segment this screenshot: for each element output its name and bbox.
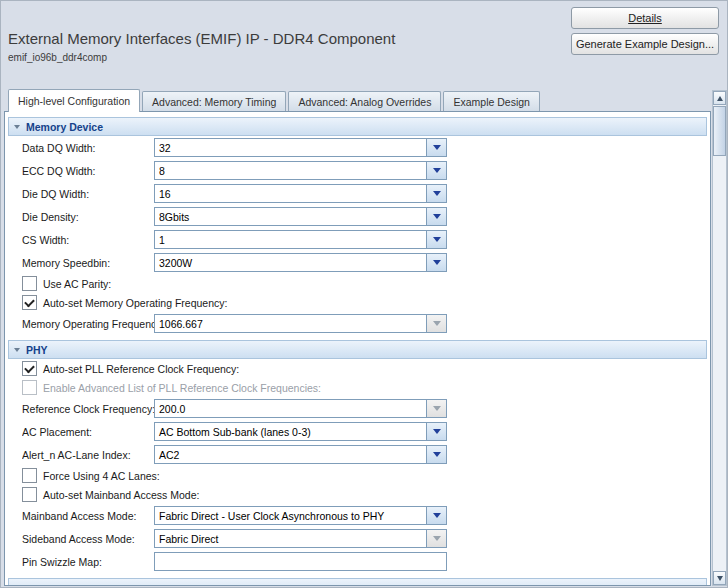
dropdown-alert-n-ac-lane-index[interactable]: AC2 <box>154 445 447 464</box>
section-title: PHY <box>26 344 48 356</box>
checkbox-label: Auto-set Mainband Access Mode: <box>43 489 199 501</box>
dropdown-data-dq-width[interactable]: 32 <box>154 138 447 157</box>
row-sideband-access-mode: Sideband Access Mode:Fabric Direct <box>5 527 710 550</box>
dropdown-arrow-icon <box>433 406 441 411</box>
tab-advanced-memory-timing[interactable]: Advanced: Memory Timing <box>142 91 286 111</box>
section-header-partial[interactable] <box>8 578 707 586</box>
scroll-down-icon <box>717 576 723 581</box>
collapse-arrow-icon <box>14 348 20 352</box>
dropdown-arrow-button[interactable] <box>427 138 447 157</box>
field-label: Alert_n AC-Lane Index: <box>22 449 154 461</box>
field-label: AC Placement: <box>22 426 154 438</box>
dropdown-value: 32 <box>154 138 427 157</box>
dropdown-arrow-button[interactable] <box>427 445 447 464</box>
field-label: Memory Operating Frequency: <box>22 318 154 330</box>
instance-name: emif_io96b_ddr4comp <box>8 52 107 63</box>
scroll-down-button[interactable] <box>713 571 726 585</box>
section-header-phy[interactable]: PHY <box>8 340 707 359</box>
row-die-dq-width: Die DQ Width:16 <box>5 182 710 205</box>
checkbox-auto-set-pll-reference-clock-frequency[interactable] <box>22 361 37 376</box>
dropdown-arrow-icon <box>433 191 441 196</box>
dropdown-arrow-icon <box>433 237 441 242</box>
dropdown-arrow-button[interactable] <box>427 207 447 226</box>
dropdown-sideband-access-mode: Fabric Direct <box>154 529 447 548</box>
field-label: Data DQ Width: <box>22 142 154 154</box>
dropdown-mainband-access-mode[interactable]: Fabric Direct - User Clock Asynchronous … <box>154 506 447 525</box>
row-die-density: Die Density:8Gbits <box>5 205 710 228</box>
dropdown-arrow-button[interactable] <box>427 184 447 203</box>
row-ac-placement: AC Placement:AC Bottom Sub-bank (lanes 0… <box>5 420 710 443</box>
field-label: CS Width: <box>22 234 154 246</box>
row-reference-clock-frequency: Reference Clock Frequency:200.0 <box>5 397 710 420</box>
dropdown-die-density[interactable]: 8Gbits <box>154 207 447 226</box>
checkbox-label: Use AC Parity: <box>43 278 111 290</box>
row-enable-advanced-list-of-pll-reference-clock-frequencies: Enable Advanced List of PLL Reference Cl… <box>5 378 710 397</box>
dropdown-arrow-button[interactable] <box>427 230 447 249</box>
collapse-arrow-icon <box>14 586 20 587</box>
dropdown-value: Fabric Direct - User Clock Asynchronous … <box>154 506 427 525</box>
tab-advanced-analog-overrides[interactable]: Advanced: Analog Overrides <box>288 91 441 111</box>
row-ecc-dq-width: ECC DQ Width:8 <box>5 159 710 182</box>
tab-high-level-configuration[interactable]: High-level Configuration <box>8 89 140 112</box>
section-title: Memory Device <box>26 121 103 133</box>
dropdown-value: 3200W <box>154 253 427 272</box>
checkbox-auto-set-mainband-access-mode[interactable] <box>22 487 37 502</box>
dropdown-ecc-dq-width[interactable]: 8 <box>154 161 447 180</box>
field-label: Mainband Access Mode: <box>22 510 154 522</box>
scrollbar-thumb[interactable] <box>713 106 726 156</box>
row-data-dq-width: Data DQ Width:32 <box>5 136 710 159</box>
dropdown-arrow-icon <box>433 145 441 150</box>
field-label: Reference Clock Frequency: <box>22 403 154 415</box>
row-auto-set-memory-operating-frequency: Auto-set Memory Operating Frequency: <box>5 293 710 312</box>
checkbox-label: Auto-set PLL Reference Clock Frequency: <box>43 363 239 375</box>
field-label: Die Density: <box>22 211 154 223</box>
section-header-memory-device[interactable]: Memory Device <box>8 117 707 136</box>
dropdown-arrow-icon <box>433 513 441 518</box>
details-button[interactable]: Details <box>571 7 719 29</box>
scroll-up-icon <box>717 96 723 101</box>
checkbox-enable-advanced-list-of-pll-reference-clock-frequencies <box>22 380 37 395</box>
generate-example-design-button[interactable]: Generate Example Design... <box>571 33 719 55</box>
dropdown-arrow-icon <box>433 214 441 219</box>
dropdown-cs-width[interactable]: 1 <box>154 230 447 249</box>
dropdown-arrow-icon <box>433 321 441 326</box>
dropdown-value: 1 <box>154 230 427 249</box>
dropdown-arrow-button[interactable] <box>427 506 447 525</box>
dropdown-value: 1066.667 <box>154 314 427 333</box>
dropdown-ac-placement[interactable]: AC Bottom Sub-bank (lanes 0-3) <box>154 422 447 441</box>
row-memory-operating-frequency: Memory Operating Frequency:1066.667 <box>5 312 710 335</box>
dropdown-arrow-button[interactable] <box>427 161 447 180</box>
dropdown-value: 8Gbits <box>154 207 427 226</box>
dropdown-value: AC2 <box>154 445 427 464</box>
generate-button-label: Generate Example Design... <box>576 38 714 50</box>
dropdown-value: 200.0 <box>154 399 427 418</box>
vertical-scrollbar[interactable] <box>712 90 727 586</box>
input-pin-swizzle-map[interactable] <box>154 552 447 571</box>
row-auto-set-pll-reference-clock-frequency: Auto-set PLL Reference Clock Frequency: <box>5 359 710 378</box>
checkbox-use-ac-parity[interactable] <box>22 276 37 291</box>
scroll-up-button[interactable] <box>713 91 726 105</box>
parameter-editor-panel: High-level ConfigurationAdvanced: Memory… <box>4 90 711 586</box>
dropdown-arrow-button[interactable] <box>427 422 447 441</box>
dropdown-memory-speedbin[interactable]: 3200W <box>154 253 447 272</box>
dropdown-arrow-button[interactable] <box>427 253 447 272</box>
row-use-ac-parity: Use AC Parity: <box>5 274 710 293</box>
row-memory-speedbin: Memory Speedbin:3200W <box>5 251 710 274</box>
row-force-using-4-ac-lanes: Force Using 4 AC Lanes: <box>5 466 710 485</box>
dropdown-die-dq-width[interactable]: 16 <box>154 184 447 203</box>
tab-example-design[interactable]: Example Design <box>443 91 539 111</box>
checkbox-label: Force Using 4 AC Lanes: <box>43 470 160 482</box>
field-label: Pin Swizzle Map: <box>22 556 154 568</box>
tab-bar: High-level ConfigurationAdvanced: Memory… <box>4 90 711 112</box>
checkbox-label: Auto-set Memory Operating Frequency: <box>43 297 227 309</box>
checkbox-auto-set-memory-operating-frequency[interactable] <box>22 295 37 310</box>
dropdown-arrow-icon <box>433 429 441 434</box>
field-label: Die DQ Width: <box>22 188 154 200</box>
checkbox-force-using-4-ac-lanes[interactable] <box>22 468 37 483</box>
dropdown-value: 8 <box>154 161 427 180</box>
row-cs-width: CS Width:1 <box>5 228 710 251</box>
dropdown-arrow-icon <box>433 536 441 541</box>
row-mainband-access-mode: Mainband Access Mode:Fabric Direct - Use… <box>5 504 710 527</box>
dropdown-memory-operating-frequency: 1066.667 <box>154 314 447 333</box>
dropdown-arrow-button <box>427 314 447 333</box>
